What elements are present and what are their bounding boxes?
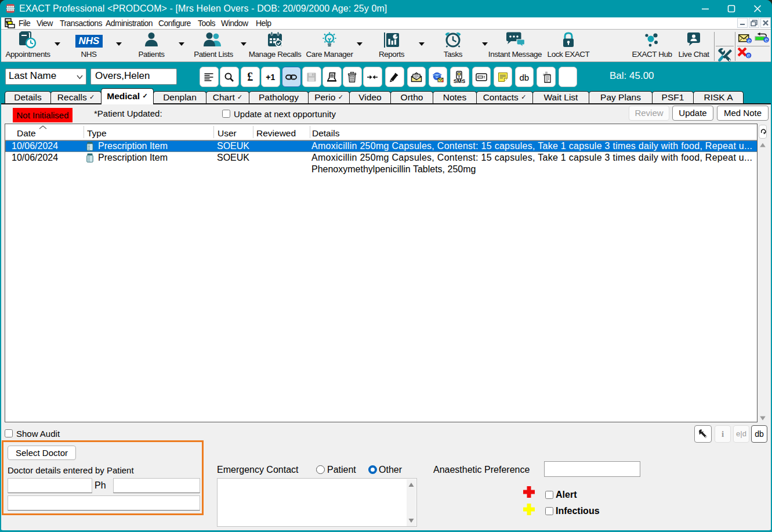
- svg-text:SMS: SMS: [454, 78, 465, 84]
- svg-text:e: e: [764, 36, 768, 43]
- svg-text:e: e: [746, 52, 750, 59]
- svg-text:e: e: [747, 37, 751, 44]
